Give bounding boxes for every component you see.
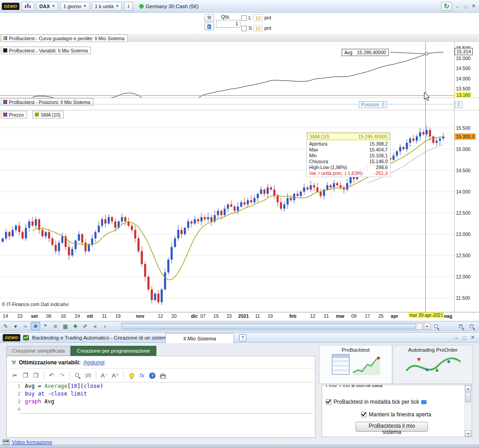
pane-divider[interactable] bbox=[0, 110, 479, 110]
chart-horizontal-scrollbar[interactable] bbox=[121, 323, 423, 330]
toolbar-separator bbox=[123, 372, 124, 380]
tab-creazione-semplificata[interactable]: Creazione semplificata bbox=[6, 346, 70, 356]
x-axis-label: 16 bbox=[61, 313, 66, 319]
maximize-button[interactable]: □ bbox=[462, 3, 469, 9]
redo-icon[interactable]: ↷ bbox=[57, 371, 66, 381]
stop-points-input[interactable]: 10 bbox=[253, 25, 263, 32]
scroll-up-icon[interactable]: ▲ bbox=[465, 385, 471, 391]
cut-icon[interactable]: ✂ bbox=[10, 371, 19, 381]
add-chart-icon[interactable]: ✚ bbox=[70, 322, 80, 330]
indicators-icon[interactable]: ≈ bbox=[21, 322, 30, 330]
prorealtime-workstation: DEMO DAX ▼ 1 giorno ▼ 1 k unità ▼ i Germ… bbox=[0, 0, 479, 448]
scroll-left-icon[interactable]: ‹ bbox=[100, 322, 110, 330]
system-doc-tab[interactable]: Il Mio Sistema bbox=[165, 333, 234, 343]
zoom-out-icon[interactable]: − bbox=[466, 322, 476, 331]
video-training-link[interactable]: Video formazione bbox=[12, 439, 52, 445]
code-line[interactable]: 3graph Avg bbox=[7, 398, 315, 406]
minimize-button[interactable]: – bbox=[453, 335, 460, 340]
zoom-area-icon[interactable] bbox=[431, 322, 441, 331]
chevron-down-icon: ▼ bbox=[83, 4, 87, 8]
minimize-button[interactable]: – bbox=[454, 3, 461, 9]
order-tools-icon[interactable]: ⚒ bbox=[204, 14, 214, 22]
stop-checkbox[interactable] bbox=[241, 26, 247, 31]
proorder-card[interactable]: Autotrading ProOrder bbox=[393, 345, 473, 384]
variables-current-badge: 15.314 bbox=[455, 48, 473, 55]
drawing-tools-icon[interactable]: ✎ bbox=[1, 322, 10, 330]
positions-pane-icon bbox=[3, 100, 7, 104]
positions-axis-badge: 0 bbox=[455, 101, 462, 108]
x-axis-label: mar bbox=[336, 313, 344, 319]
equity-pane-tab[interactable]: ProBacktest - Curva guadagni e perdite: … bbox=[1, 34, 128, 42]
timeframe-label: 1 giorno bbox=[63, 4, 81, 9]
scroll-right-icon[interactable]: ▸ bbox=[424, 323, 431, 330]
sync-icon[interactable]: ↻ bbox=[441, 2, 452, 11]
scrollbar-thumb[interactable] bbox=[122, 324, 416, 329]
order-keypad-icon[interactable] bbox=[204, 23, 214, 30]
maximize-button[interactable]: □ bbox=[461, 335, 468, 340]
code-token: ]( bbox=[77, 382, 84, 390]
strategy-icon bbox=[23, 335, 29, 341]
drawing-tools-caret[interactable]: ▾ bbox=[11, 322, 20, 330]
instrument-list-icon[interactable] bbox=[21, 2, 34, 11]
variables-axis-label: 13.500 bbox=[456, 86, 470, 91]
comments-icon[interactable]: ❝ bbox=[41, 322, 50, 330]
price-axis-label: 14.500 bbox=[456, 168, 470, 173]
collapse-panel-icon[interactable]: « bbox=[90, 322, 100, 330]
probacktest-card[interactable]: ProBacktest bbox=[319, 345, 392, 384]
price-axis-label: 13.500 bbox=[456, 210, 470, 216]
keep-open-checkbox[interactable] bbox=[361, 412, 366, 417]
print-icon[interactable] bbox=[158, 371, 167, 381]
code-line[interactable]: 2buy at -close limit bbox=[7, 390, 315, 398]
help-icon[interactable]: ? bbox=[239, 334, 246, 341]
window-resize-strip[interactable] bbox=[0, 445, 479, 448]
comment-toggle-icon[interactable]: (//) bbox=[84, 371, 93, 381]
positions-pane-tab[interactable]: ProBacktest - Posizioni: Il Mio Sistema bbox=[1, 98, 94, 106]
increase-font-icon[interactable]: A⁺ bbox=[111, 371, 121, 381]
code-line[interactable]: 1Avg = Average[10](close) bbox=[7, 382, 315, 390]
symbol-dropdown[interactable]: DAX ▼ bbox=[36, 2, 58, 11]
pane-divider[interactable] bbox=[0, 98, 479, 98]
chevron-down-icon: ▼ bbox=[52, 4, 55, 8]
search-icon[interactable] bbox=[73, 371, 82, 381]
edit-chart-icon[interactable]: ✐ bbox=[80, 322, 90, 330]
add-variable-link[interactable]: Aggiungi bbox=[83, 359, 104, 366]
zoom-in-icon[interactable]: + bbox=[456, 322, 465, 331]
close-button[interactable]: ✕ bbox=[469, 335, 476, 340]
paste-icon[interactable]: ❒ bbox=[31, 371, 40, 381]
share-icon[interactable]: ❖ bbox=[31, 322, 40, 330]
table-icon[interactable]: ▦ bbox=[61, 322, 70, 330]
limit-checkbox[interactable] bbox=[241, 15, 247, 21]
copy-icon[interactable]: ❐ bbox=[21, 371, 30, 381]
hint-icon[interactable] bbox=[127, 371, 136, 381]
tab-creazione-per-programmazione[interactable]: Creazione per programmazione bbox=[70, 346, 156, 356]
options-scrollbar[interactable]: ▲ ▼ bbox=[465, 385, 472, 437]
line-number: 4 bbox=[7, 406, 25, 413]
tooltip-label: Min bbox=[309, 153, 317, 159]
timeframe-dropdown[interactable]: 1 giorno ▼ bbox=[60, 2, 90, 11]
crosshair-value-badge: 13.160 bbox=[455, 92, 472, 98]
code-line[interactable]: 4 bbox=[7, 406, 315, 413]
limit-points-input[interactable]: 10 bbox=[253, 14, 263, 21]
undo-icon[interactable]: ↶ bbox=[47, 371, 56, 381]
code-editor[interactable]: 1Avg = Average[10](close)2buy at -close … bbox=[7, 382, 315, 438]
x-axis-label: 11 bbox=[102, 313, 107, 319]
units-dropdown[interactable]: 1 k unità ▼ bbox=[92, 2, 122, 11]
qty-input[interactable]: 1 bbox=[216, 20, 240, 28]
tick-mode-checkbox[interactable] bbox=[326, 399, 331, 405]
scroll-down-icon[interactable]: ▼ bbox=[465, 430, 471, 437]
help-icon[interactable]: ? bbox=[148, 371, 157, 381]
run-backtest-button[interactable]: ProBacktesta il mio sistema bbox=[356, 422, 428, 432]
price-legend-label: Prezzo bbox=[9, 112, 24, 118]
decrease-font-icon[interactable]: A⁻ bbox=[99, 371, 109, 381]
functions-icon[interactable]: fx bbox=[137, 371, 146, 381]
x-axis-label: 07 bbox=[200, 313, 206, 319]
probacktest-icon bbox=[329, 353, 383, 378]
close-button[interactable]: ✕ bbox=[470, 3, 477, 9]
tooltip-row: SMA (10)15.295,40000 bbox=[307, 133, 390, 140]
x-axis-label: dic bbox=[191, 313, 197, 319]
sma-legend-icon bbox=[35, 113, 39, 117]
scrollbar-thumb[interactable] bbox=[465, 392, 471, 402]
info-button[interactable]: i bbox=[124, 2, 133, 11]
order-book-icon[interactable]: ≡ bbox=[51, 322, 60, 330]
avg-label: Avg bbox=[344, 50, 352, 55]
